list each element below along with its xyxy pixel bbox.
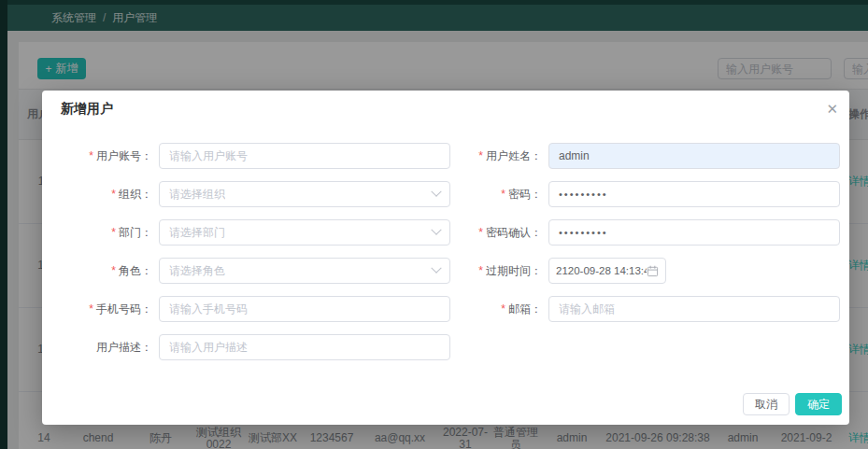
field-value: ••••••••• <box>559 189 608 200</box>
field-label-text: 组织： <box>119 188 152 201</box>
field-value: ••••••••• <box>559 227 608 238</box>
department-select[interactable]: 请选择部门 <box>159 219 450 246</box>
field-label-text: 部门： <box>119 226 152 239</box>
field-placeholder: 请输入手机号码 <box>169 302 248 317</box>
form-field-row: *用户姓名：admin <box>467 143 852 169</box>
confirm-button[interactable]: 确定 <box>795 393 842 415</box>
user-account-input[interactable]: 请输入用户账号 <box>159 143 450 169</box>
form-field-row: *用户账号：请输入用户账号 <box>61 143 467 169</box>
field-placeholder: 请选择组织 <box>169 187 225 203</box>
field-label-text: 密码： <box>508 188 542 201</box>
expire-time-picker[interactable]: 2120-09-28 14:13:45 <box>548 258 666 284</box>
field-label: *过期时间： <box>467 263 542 279</box>
chevron-down-icon <box>431 263 441 274</box>
field-placeholder: 请输入用户账号 <box>169 148 248 164</box>
field-placeholder: 请选择部门 <box>169 225 225 241</box>
field-label-text: 用户描述： <box>96 341 152 354</box>
field-placeholder: 请输入邮箱 <box>559 302 615 317</box>
form-field-row: *邮箱：请输入邮箱 <box>467 296 852 322</box>
field-value: 2120-09-28 14:13:45 <box>556 265 647 276</box>
field-value: admin <box>559 149 590 162</box>
form-field-row: *密码确认：••••••••• <box>467 219 852 246</box>
user-name-input[interactable]: admin <box>548 143 840 169</box>
dialog-form-right-column: *用户姓名：admin*密码：•••••••••*密码确认：•••••••••*… <box>467 143 852 334</box>
add-user-dialog: 新增用户 ✕ *用户账号：请输入用户账号*组织：请选择组织*部门：请选择部门*角… <box>42 91 849 425</box>
form-field-row: *过期时间：2120-09-28 14:13:45 <box>467 258 852 284</box>
chevron-down-icon <box>431 187 441 197</box>
required-asterisk: * <box>111 226 116 239</box>
field-label: 用户描述： <box>61 340 152 356</box>
user-management-page: 系统管理 / 用户管理 + 新增 用户ID 操作 11详情12详情13详情14c… <box>0 0 868 449</box>
required-asterisk: * <box>89 302 93 316</box>
field-label-text: 用户姓名： <box>486 149 542 162</box>
form-field-row: *手机号码：请输入手机号码 <box>61 296 467 322</box>
close-icon[interactable]: ✕ <box>826 102 838 116</box>
chevron-down-icon <box>431 225 441 235</box>
required-asterisk: * <box>478 264 483 277</box>
form-field-row: *组织：请选择组织 <box>61 181 467 207</box>
required-asterisk: * <box>111 188 116 201</box>
required-asterisk: * <box>478 149 483 162</box>
user-description-input[interactable]: 请输入用户描述 <box>159 334 450 360</box>
field-label: *用户账号： <box>61 148 152 164</box>
field-label: *组织： <box>61 187 152 203</box>
organization-select[interactable]: 请选择组织 <box>159 181 450 207</box>
field-label: *部门： <box>61 225 152 241</box>
required-asterisk: * <box>89 149 93 162</box>
form-field-row: *密码：••••••••• <box>467 181 852 207</box>
cancel-button[interactable]: 取消 <box>743 393 790 415</box>
password-confirm-input[interactable]: ••••••••• <box>548 219 840 246</box>
field-label-text: 用户账号： <box>96 149 152 162</box>
form-field-row: *角色：请选择角色 <box>61 258 467 284</box>
dialog-footer: 取消 确定 <box>743 393 842 415</box>
form-field-row: 用户描述：请输入用户描述 <box>61 334 467 360</box>
field-placeholder: 请输入用户描述 <box>169 340 248 356</box>
required-asterisk: * <box>111 264 116 277</box>
required-asterisk: * <box>501 188 505 201</box>
field-label-text: 过期时间： <box>486 264 542 277</box>
field-label-text: 密码确认： <box>486 226 542 239</box>
field-label-text: 手机号码： <box>96 302 152 316</box>
field-label: *角色： <box>61 263 152 279</box>
field-label: *密码： <box>467 187 542 203</box>
field-label: *邮箱： <box>467 302 542 317</box>
form-field-row: *部门：请选择部门 <box>61 219 467 246</box>
required-asterisk: * <box>478 226 483 239</box>
role-select[interactable]: 请选择角色 <box>159 258 450 284</box>
field-label-text: 邮箱： <box>508 302 542 316</box>
field-label: *手机号码： <box>61 302 152 317</box>
field-label-text: 角色： <box>119 264 152 277</box>
field-label: *密码确认： <box>467 225 542 241</box>
password-input[interactable]: ••••••••• <box>548 181 840 207</box>
field-label: *用户姓名： <box>467 148 542 164</box>
dialog-form-left-column: *用户账号：请输入用户账号*组织：请选择组织*部门：请选择部门*角色：请选择角色… <box>61 143 467 372</box>
calendar-icon <box>647 265 659 277</box>
dialog-title: 新增用户 <box>61 101 113 118</box>
email-input[interactable]: 请输入邮箱 <box>548 296 840 322</box>
phone-number-input[interactable]: 请输入手机号码 <box>159 296 450 322</box>
field-placeholder: 请选择角色 <box>169 263 225 279</box>
required-asterisk: * <box>501 302 505 316</box>
